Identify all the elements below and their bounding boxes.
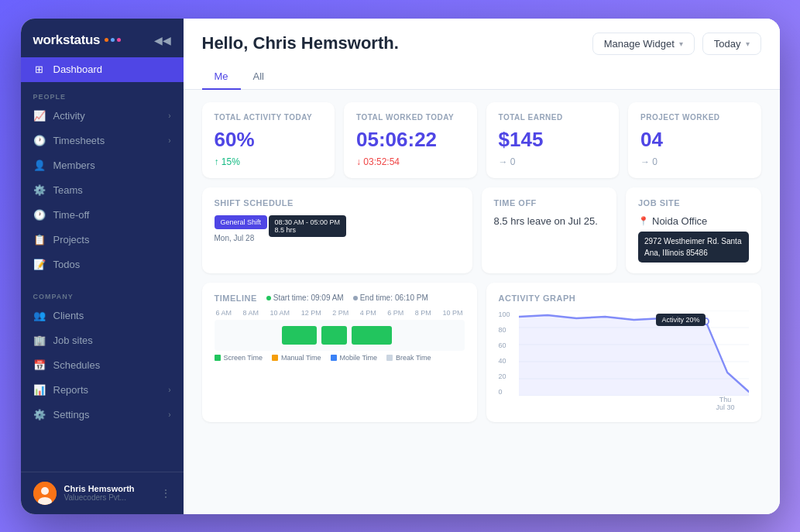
sidebar-item-todos[interactable]: 📝 Todos [21,252,184,277]
today-filter-button[interactable]: Today ▾ [702,33,761,55]
sidebar-item-dashboard[interactable]: ⊞ Dashboard [21,57,184,82]
manage-widget-button[interactable]: Manage Widget ▾ [592,33,695,55]
shift-schedule-card: SHIFT SCHEDULE General Shift 08:30 AM - … [202,187,472,273]
timeline-bar-3 [352,326,392,345]
job-site-card: JOB SITE 📍 Noida Office 2972 Westheimer … [626,187,761,273]
end-time: 06:10 PM [395,293,428,302]
end-dot [353,296,358,300]
members-icon: 👤 [33,160,46,172]
start-time: 09:09 AM [311,293,343,302]
sidebar-item-activity[interactable]: 📈 Activity › [21,104,184,129]
reports-icon: 📊 [33,384,46,396]
sidebar-label-clients: Clients [53,310,84,321]
manage-widget-chevron: ▾ [679,39,683,48]
timeline-start: Start time: 09:09 AM [266,293,344,302]
company-section-label: COMPANY [21,287,184,304]
people-section: PEOPLE 📈 Activity › 🕐 Timesheets › 👤 Mem… [21,82,184,282]
activity-graph-card: ACTIVITY GRAPH 100 80 60 40 20 0 [486,283,761,422]
job-site-address: 2972 Westheimer Rd. Santa Ana, Illinois … [638,232,749,263]
sidebar-label-jobsites: Job sites [53,335,93,346]
user-avatar [33,482,57,505]
timeline-title: TIMELINE [215,293,257,303]
ag-tooltip: Activity 20% [656,314,705,326]
sidebar-label-projects: Projects [53,234,90,245]
sidebar-item-jobsites[interactable]: 🏢 Job sites [21,328,184,353]
timesheets-icon: 🕐 [33,135,46,147]
timeline-header: TIMELINE Start time: 09:09 AM End time: … [215,293,465,303]
ag-y-100: 100 [499,311,517,318]
stat-sub-activity: ↑ 15% [215,156,323,167]
sidebar-item-teams[interactable]: ⚙️ Teams [21,178,184,203]
axis-6am: 6 AM [216,309,232,317]
tab-me[interactable]: Me [202,64,241,90]
legend-mobile-time: Mobile Time [331,354,378,362]
axis-8pm: 8 PM [415,309,431,317]
axis-2pm: 2 PM [332,309,348,317]
stat-value-projects: 04 [640,128,749,152]
sidebar-item-timesheets[interactable]: 🕐 Timesheets › [21,129,184,153]
stat-value-worked: 05:06:22 [356,128,465,152]
middle-grid: SHIFT SCHEDULE General Shift 08:30 AM - … [202,187,761,273]
shift-tooltip-hrs: 8.5 hrs [275,226,341,234]
job-site-name-text: Noida Office [652,215,707,227]
shift-schedule-title: SHIFT SCHEDULE [215,198,460,208]
stat-sub-worked: ↓ 03:52:54 [356,156,465,167]
stat-value-activity: 60% [215,128,323,152]
timeline-axis: 6 AM 8 AM 10 AM 12 PM 2 PM 4 PM 6 PM 8 P… [215,309,465,317]
sidebar-item-timeoff[interactable]: 🕐 Time-off [21,203,184,228]
sidebar-footer: Chris Hemsworth Valuecoders Pvt... ⋮ [21,472,184,514]
user-menu-button[interactable]: ⋮ [160,487,171,499]
stat-card-earned: TOTAL EARNED $145 → 0 [486,102,620,178]
settings-chevron: › [168,410,170,419]
stat-label-worked: TOTAL WORKED TODAY [356,113,465,122]
sidebar: workstatus ◀◀ ⊞ Dashboard PEOPLE 📈 [21,19,184,514]
sidebar-item-projects[interactable]: 📋 Projects [21,228,184,252]
legend-label-mobile: Mobile Time [340,354,378,362]
main-content: Hello, Chris Hemsworth. Manage Widget ▾ … [184,19,780,514]
timesheets-chevron: › [168,136,170,145]
location-icon: 📍 [638,216,649,226]
stat-value-earned: $145 [499,128,607,152]
axis-10pm: 10 PM [442,309,462,317]
start-dot [266,296,271,300]
legend-dot-break [386,355,393,361]
sidebar-item-clients[interactable]: 👥 Clients [21,304,184,328]
company-section: COMPANY 👥 Clients 🏢 Job sites 📅 Schedule… [21,282,184,432]
projects-icon: 📋 [33,234,46,246]
timeoff-icon: 🕐 [33,209,46,221]
shift-tag[interactable]: General Shift [215,215,268,229]
todos-icon: 📝 [33,259,46,271]
logo-dot-pink [117,38,121,42]
sidebar-item-schedules[interactable]: 📅 Schedules [21,353,184,378]
stat-card-worked: TOTAL WORKED TODAY 05:06:22 ↓ 03:52:54 [344,102,477,178]
logo-dot-blue [111,38,115,42]
people-section-label: PEOPLE [21,87,184,104]
app-name: workstatus [33,33,101,48]
timeline-bars [215,320,465,351]
axis-8am: 8 AM [243,309,259,317]
legend-dot-mobile [331,355,337,361]
tab-all[interactable]: All [241,64,276,90]
ag-y-80: 80 [499,326,517,334]
shift-tooltip-time: 08:30 AM - 05:00 PM [275,218,341,226]
stat-sub-projects: → 0 [640,156,749,167]
bottom-grid: TIMELINE Start time: 09:09 AM End time: … [202,283,761,422]
sidebar-collapse-button[interactable]: ◀◀ [154,34,171,46]
today-label: Today [714,38,741,50]
sidebar-item-members[interactable]: 👤 Members [21,153,184,178]
timeline-bar-2 [321,326,346,345]
user-info: Chris Hemsworth Valuecoders Pvt... [64,484,153,502]
job-site-name: 📍 Noida Office [638,215,749,227]
axis-10am: 10 AM [270,309,290,317]
sidebar-label-settings: Settings [53,409,90,420]
page-title: Hello, Chris Hemsworth. [202,33,399,53]
sidebar-item-settings[interactable]: ⚙️ Settings › [21,403,184,427]
time-off-text: 8.5 hrs leave on Jul 25. [494,215,605,227]
job-site-title: JOB SITE [638,198,749,208]
stat-card-projects: PROJECT WORKED 04 → 0 [628,102,761,178]
sidebar-item-reports[interactable]: 📊 Reports › [21,378,184,403]
sidebar-label-todos: Todos [53,259,81,270]
logo-dots [105,38,121,42]
logo-dot-orange [105,38,108,42]
teams-icon: ⚙️ [33,184,46,197]
